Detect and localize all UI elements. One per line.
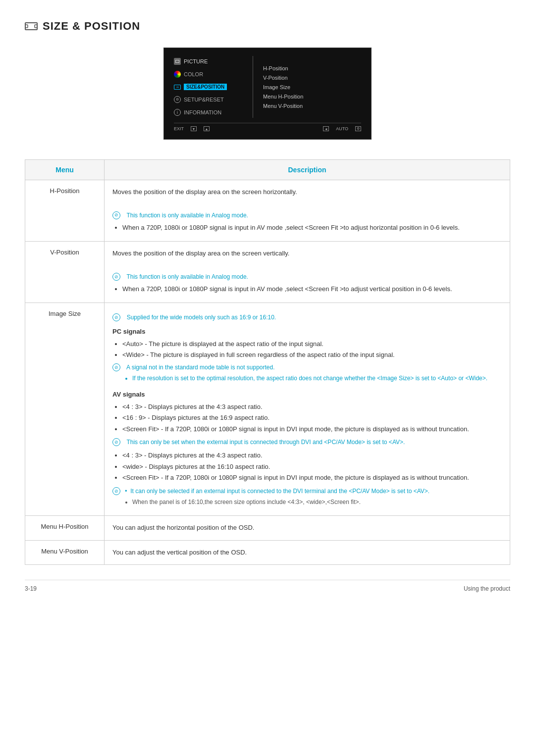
av-signals-title: AV signals <box>112 390 502 400</box>
av-screenfit-bullet: <Screen Fit> - If a 720P, 1080i or 1080P… <box>122 424 502 434</box>
desc-cell-h-position: Moves the position of the display area o… <box>105 180 510 242</box>
table-row-menu-v-position: Menu V-Position You can adjust the verti… <box>25 540 510 565</box>
osd-btn-down: ▼ <box>191 126 197 131</box>
av2-4-3-bullet: <4 : 3> - Displays pictures at the 4:3 a… <box>122 451 502 460</box>
panel-16-10-note: When the panel is of 16:10,the screen si… <box>132 498 502 506</box>
table-row-h-position: H-Position Moves the position of the dis… <box>25 180 510 242</box>
desc-cell-menu-h: You can adjust the horizontal position o… <box>105 515 510 540</box>
av-4-3-bullet: <4 : 3> - Displays pictures at the 4:3 a… <box>122 402 502 412</box>
footer-page-number: 3-19 <box>25 585 37 592</box>
svg-rect-0 <box>25 23 37 30</box>
osd-screenshot: PICTURE COLOR ⇔ SIZE&POSITION ⚙ <box>25 48 510 140</box>
col-header-desc: Description <box>105 160 510 180</box>
osd-submenu-h-position: H-Position <box>263 64 303 72</box>
note-icon <box>112 211 120 219</box>
osd-btn-settings: ⚙ <box>355 126 361 131</box>
osd-btn-auto: AUTO <box>336 126 348 131</box>
menu-cell-menu-v: Menu V-Position <box>25 540 105 565</box>
av2-screenfit-bullet: <Screen Fit> - If a 720P, 1080i or 1080P… <box>122 473 502 483</box>
note-icon <box>112 273 120 281</box>
desc-cell-menu-v: You can adjust the vertical position of … <box>105 540 510 565</box>
menu-cell-h-position: H-Position <box>25 180 105 242</box>
osd-btn-exit: EXIT <box>174 126 184 131</box>
osd-submenu-v-position: V-Position <box>263 74 303 82</box>
osd-btn-up: ▲ <box>204 126 210 131</box>
menu-cell-image-size: Image Size <box>25 303 105 516</box>
menu-cell-v-position: V-Position <box>25 242 105 303</box>
note-icon-dvi2 <box>112 487 120 495</box>
desc-cell-image-size: Supplied for the wide models only such a… <box>105 303 510 516</box>
pc-signals-title: PC signals <box>112 327 502 337</box>
size-position-icon <box>25 21 38 31</box>
resolution-note: If the resolution is set to the optimal … <box>132 374 502 383</box>
osd-submenu-image-size: Image Size <box>263 83 303 91</box>
page-footer: 3-19 Using the product <box>25 580 510 592</box>
table-row-image-size: Image Size Supplied for the wide models … <box>25 303 510 516</box>
note-icon-dvi <box>112 438 120 446</box>
note-icon-wide <box>112 313 120 321</box>
menu-cell-menu-h: Menu H-Position <box>25 515 105 540</box>
col-header-menu: Menu <box>25 160 105 180</box>
page-header: SIZE & POSITION <box>25 20 510 33</box>
table-row-menu-h-position: Menu H-Position You can adjust the horiz… <box>25 515 510 540</box>
osd-submenu-menu-v: Menu V-Position <box>263 102 303 110</box>
pc-wide-bullet: <Wide> - The picture is displayed in ful… <box>122 350 502 360</box>
av2-wide-bullet: <wide> - Displays pictures at the 16:10 … <box>122 462 502 472</box>
osd-btn-enter: ◄ <box>323 126 329 131</box>
osd-submenu-menu-h: Menu H-Position <box>263 93 303 101</box>
pc-auto-bullet: <Auto> - The picture is displayed at the… <box>122 339 502 349</box>
av-16-9-bullet: <16 : 9> - Displays pictures at the 16:9… <box>122 413 502 423</box>
table-row-v-position: V-Position Moves the position of the dis… <box>25 242 510 303</box>
page-title: SIZE & POSITION <box>43 20 140 33</box>
main-table: Menu Description H-Position Moves the po… <box>25 159 510 565</box>
note-icon-standard <box>112 363 120 371</box>
footer-section: Using the product <box>464 585 510 592</box>
desc-cell-v-position: Moves the position of the display area o… <box>105 242 510 303</box>
